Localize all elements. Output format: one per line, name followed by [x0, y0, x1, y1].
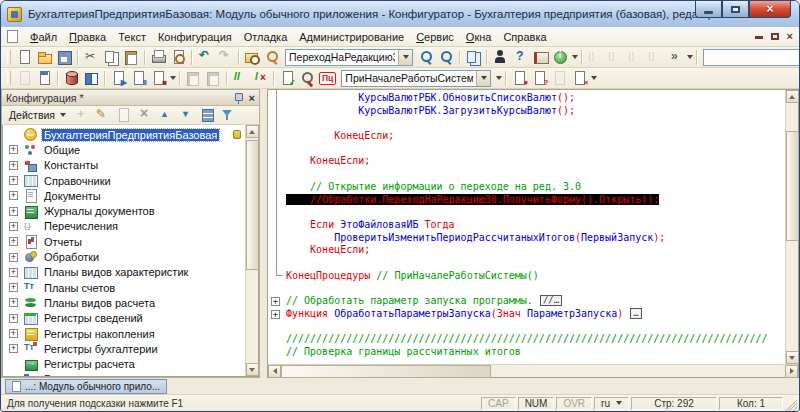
- mdi-minimize-button[interactable]: [755, 29, 763, 43]
- sort-button[interactable]: [197, 106, 217, 124]
- code-editor[interactable]: КурсыВалютРБК.ОбновитьСписокВалют(); Кур…: [268, 90, 785, 364]
- move-up-button[interactable]: [155, 106, 175, 124]
- code-line[interactable]: [268, 282, 785, 295]
- expand-icon[interactable]: +: [9, 329, 18, 338]
- scroll-up-icon[interactable]: [246, 125, 259, 138]
- tree-item[interactable]: +Перечисления: [3, 219, 245, 234]
- bookmark-add-button[interactable]: ●: [509, 69, 529, 87]
- context-help-button[interactable]: [510, 48, 530, 66]
- expand-icon[interactable]: +: [9, 314, 18, 323]
- chevron-down-icon[interactable]: [398, 50, 412, 65]
- expand-icon[interactable]: +: [9, 191, 18, 200]
- find-next-button[interactable]: [416, 48, 436, 66]
- more-buttons-button[interactable]: [665, 48, 685, 66]
- menu-item-debug[interactable]: Отладка: [238, 29, 293, 45]
- tree-item[interactable]: +Справочники: [3, 173, 245, 188]
- about-button[interactable]: [550, 48, 570, 66]
- code-line[interactable]: //Обработки.ПереходНаРедакцию30.Получить…: [268, 194, 785, 207]
- expand-icon[interactable]: +: [9, 161, 18, 170]
- tree-item[interactable]: +Отчеты: [3, 234, 245, 249]
- resize-grip[interactable]: [785, 399, 797, 411]
- global-search-button[interactable]: [297, 69, 317, 87]
- expand-icon[interactable]: +: [9, 176, 18, 185]
- chevron-down-icon[interactable]: [170, 76, 176, 80]
- language-selector[interactable]: ru: [594, 397, 629, 410]
- undo-button[interactable]: [195, 48, 215, 66]
- toolbar-grip[interactable]: [7, 71, 11, 85]
- tree-item[interactable]: +Журналы документов: [3, 203, 245, 218]
- code-line[interactable]: [268, 117, 785, 130]
- check-module-button[interactable]: ✓: [277, 69, 297, 87]
- tree-item[interactable]: +Документы: [3, 188, 245, 203]
- combo-search[interactable]: [285, 49, 413, 66]
- bookmark-next-button[interactable]: ?: [529, 69, 549, 87]
- scroll-up-icon[interactable]: [786, 90, 799, 103]
- debug-pause-button[interactable]: ‖: [128, 69, 148, 87]
- bookmark-clear-button[interactable]: ×: [569, 69, 589, 87]
- expand-icon[interactable]: +: [9, 253, 18, 262]
- code-line[interactable]: [268, 320, 785, 333]
- code-line[interactable]: // Проверка границы рассчитанных итогов: [268, 346, 785, 359]
- comment-block-button[interactable]: [230, 69, 250, 87]
- tree-item[interactable]: +Регистры сведений: [3, 311, 245, 326]
- expand-icon[interactable]: +: [9, 222, 18, 231]
- editor-vertical-scrollbar[interactable]: [785, 90, 798, 364]
- code-line[interactable]: [268, 143, 785, 156]
- maximize-button[interactable]: [722, 1, 749, 18]
- tree-item[interactable]: Бизнес-процессы: [3, 372, 245, 376]
- expand-icon[interactable]: +: [271, 297, 280, 306]
- code-line[interactable]: [268, 168, 785, 181]
- open-button[interactable]: [34, 48, 54, 66]
- pin-icon[interactable]: [233, 92, 243, 104]
- editor-horizontal-scrollbar[interactable]: [268, 364, 798, 377]
- mdi-restore-button[interactable]: [771, 29, 779, 43]
- code-line[interactable]: // Открытие информации о переходе на ред…: [268, 181, 785, 194]
- expand-icon[interactable]: +: [271, 310, 280, 319]
- code-line[interactable]: КонецПроцедуры // ПриНачалеРаботыСистемы…: [268, 270, 785, 283]
- code-line[interactable]: +Функция ОбработатьПараметрыЗапуска(Знач…: [268, 308, 785, 321]
- paste-button[interactable]: [121, 48, 141, 66]
- filter-button[interactable]: [218, 106, 238, 124]
- tree-item[interactable]: +Регистры бухгалтерии: [3, 341, 245, 356]
- tree-item[interactable]: +Планы видов расчета: [3, 295, 245, 310]
- code-line[interactable]: [268, 257, 785, 270]
- copy-fragment-button[interactable]: [463, 48, 483, 66]
- print-button[interactable]: [148, 48, 168, 66]
- tree-item[interactable]: +Общие: [3, 142, 245, 157]
- combo-right-input[interactable]: [704, 50, 800, 65]
- chevron-down-icon[interactable]: [687, 55, 693, 59]
- menu-item-configuration[interactable]: Конфигурация: [152, 29, 238, 45]
- overflow-chevron-icon[interactable]: [496, 76, 502, 80]
- expand-icon[interactable]: +: [9, 145, 18, 154]
- debug-stop-button[interactable]: ■: [148, 69, 168, 87]
- document-icon[interactable]: [7, 30, 18, 43]
- tree-item[interactable]: БухгалтерияПредприятияБазовая: [3, 127, 245, 142]
- overflow-chevron-icon[interactable]: [591, 76, 597, 80]
- chevron-down-icon[interactable]: [476, 71, 490, 86]
- find-in-files-button[interactable]: [242, 48, 262, 66]
- menu-item-help[interactable]: Справка: [497, 29, 552, 45]
- code-line[interactable]: ПроверитьИзменитьПериодРассчитаныхИтогов…: [268, 232, 785, 245]
- code-line[interactable]: КонецЕсли;: [268, 244, 785, 257]
- cut-button[interactable]: [81, 48, 101, 66]
- save-button[interactable]: [54, 48, 74, 66]
- code-line[interactable]: ////////////////////////////////////////…: [268, 333, 785, 346]
- code-line[interactable]: КонецЕсли;: [268, 130, 785, 143]
- scroll-right-icon[interactable]: [785, 365, 798, 378]
- code-line[interactable]: Если ЭтоФайловаяИБ Тогда: [268, 219, 785, 232]
- update-db-config-button[interactable]: [61, 69, 81, 87]
- menu-item-text[interactable]: Текст: [112, 29, 152, 45]
- scroll-down-icon[interactable]: [786, 351, 799, 364]
- code-line[interactable]: [268, 206, 785, 219]
- uncomment-block-button[interactable]: [250, 69, 270, 87]
- tree-item[interactable]: +Планы видов характеристик: [3, 265, 245, 280]
- code-line[interactable]: КонецЕсли;: [268, 155, 785, 168]
- chevron-down-icon[interactable]: [572, 55, 578, 59]
- expand-icon[interactable]: +: [9, 268, 18, 277]
- expand-icon[interactable]: +: [9, 298, 18, 307]
- combo-proc-input[interactable]: [342, 71, 476, 86]
- find-button[interactable]: [262, 48, 282, 66]
- combo-right[interactable]: [703, 49, 800, 66]
- code-line[interactable]: КурсыВалютРБК.ОбновитьСписокВалют();: [268, 92, 785, 105]
- expand-icon[interactable]: +: [9, 283, 18, 292]
